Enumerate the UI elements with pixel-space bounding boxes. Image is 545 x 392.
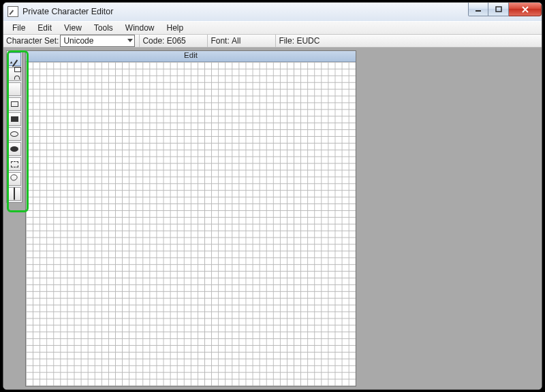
edit-panel-caption: Edit [26, 51, 356, 62]
file-label: File: [279, 36, 294, 46]
maximize-icon [495, 6, 502, 13]
font-value: All [232, 36, 240, 46]
menu-tools[interactable]: Tools [88, 22, 119, 34]
tool-filled-rectangle[interactable] [7, 112, 21, 126]
code-cell: Code: E065 [139, 35, 207, 47]
app-window: Private Character Editor File Edit View … [3, 2, 542, 390]
menu-edit[interactable]: Edit [31, 22, 58, 34]
menu-file[interactable]: File [6, 22, 31, 34]
close-button[interactable] [509, 3, 542, 16]
chevron-down-icon [127, 39, 133, 42]
filled-rectangle-icon [11, 116, 18, 122]
file-value: EUDC [296, 36, 320, 46]
close-icon [521, 6, 529, 13]
menu-view[interactable]: View [58, 22, 88, 34]
menu-bar: File Edit View Tools Window Help [3, 21, 542, 35]
font-label: Font: [211, 36, 229, 46]
tool-brush[interactable] [7, 67, 21, 81]
tool-ellipse[interactable] [7, 127, 21, 141]
charset-value: Unicode [63, 36, 93, 46]
file-cell: File: EUDC [275, 35, 343, 47]
tool-eraser[interactable] [7, 187, 21, 201]
window-controls [468, 3, 542, 16]
info-bar: Character Set: Unicode Code: E065 Font: … [3, 35, 542, 48]
tool-select-rect[interactable] [7, 157, 21, 171]
menu-help[interactable]: Help [161, 22, 190, 34]
app-icon [7, 6, 18, 17]
tool-pencil[interactable] [7, 52, 21, 66]
tool-select-free[interactable] [7, 172, 21, 186]
charset-label: Character Set: [6, 36, 60, 46]
ellipse-icon [10, 131, 18, 137]
tool-line[interactable] [7, 82, 21, 96]
minimize-icon [475, 6, 482, 13]
select-free-icon [10, 173, 19, 185]
filled-ellipse-icon [10, 146, 18, 152]
maximize-button[interactable] [488, 3, 509, 16]
menu-window[interactable]: Window [119, 22, 161, 34]
svg-rect-0 [476, 10, 481, 12]
window-title: Private Character Editor [22, 7, 113, 16]
tool-palette [6, 50, 22, 203]
client-area: Edit [3, 48, 542, 389]
code-label: Code: [142, 36, 164, 46]
eraser-icon [14, 188, 15, 200]
svg-rect-1 [496, 7, 501, 12]
pixel-grid[interactable] [26, 62, 356, 386]
tool-rectangle[interactable] [7, 97, 21, 111]
tool-filled-ellipse[interactable] [7, 142, 21, 156]
title-bar[interactable]: Private Character Editor [3, 3, 542, 21]
select-rect-icon [11, 161, 18, 167]
minimize-button[interactable] [468, 3, 488, 16]
charset-select[interactable]: Unicode [60, 35, 135, 47]
font-cell: Font: All [207, 35, 275, 47]
rectangle-icon [11, 101, 18, 107]
edit-panel: Edit [25, 50, 356, 387]
code-value: E065 [167, 36, 186, 46]
